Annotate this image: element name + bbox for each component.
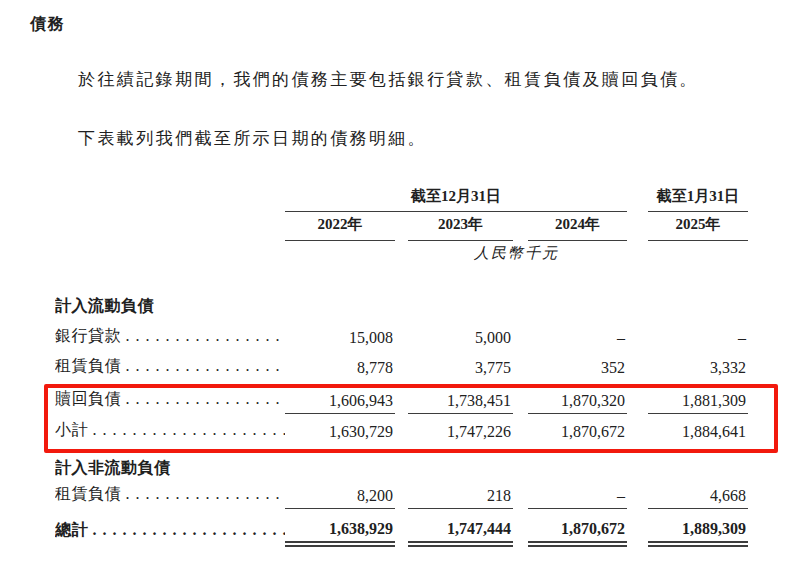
value-cell-2025年: 1,889,309 — [648, 508, 748, 544]
column-gap — [395, 320, 408, 350]
column-group-jan31: 截至1月31日 — [648, 183, 748, 211]
value-cell-2024年: 1,870,320 — [528, 380, 627, 413]
unit-note-row: 人民幣千元 — [55, 240, 748, 266]
column-header-2023: 2023年 — [408, 211, 513, 240]
column-header-2025: 2025年 — [648, 211, 748, 240]
value-cell-2024年: 1,870,672 — [528, 508, 627, 544]
value-cell-2025年: 1,881,309 — [648, 380, 748, 413]
row-label: 贖回負債 . . . . . . . . . . . . . . . . . .… — [55, 380, 285, 413]
section-label: 計入流動負債 — [55, 296, 748, 320]
value-cell-2024年: – — [528, 482, 627, 508]
value-cell-2023年: 3,775 — [408, 350, 513, 380]
page-title: 債務 — [30, 14, 65, 35]
column-header-2024: 2024年 — [528, 211, 627, 240]
value-cell-2022年: 8,200 — [285, 482, 395, 508]
value-cell-2022年: 1,638,929 — [285, 508, 395, 544]
currency-unit-note: 人民幣千元 — [285, 240, 748, 266]
value-cell-2022年: 8,778 — [285, 350, 395, 380]
column-gap — [513, 508, 528, 544]
section-header-row: 計入非流動負債 — [55, 444, 748, 482]
column-gap — [627, 350, 648, 380]
year-header-row: 2022年 2023年 2024年 2025年 — [55, 211, 748, 240]
table-row: 小計 . . . . . . . . . . . . . . . . . . .… — [55, 413, 748, 444]
value-cell-2024年: 352 — [528, 350, 627, 380]
value-cell-2024年: 1,870,672 — [528, 413, 627, 444]
column-gap — [513, 320, 528, 350]
column-group-dec31: 截至12月31日 — [285, 183, 627, 211]
dot-leader: . . . . . . . . . . . . . . . . . . . . … — [126, 390, 286, 407]
column-gap — [627, 320, 648, 350]
column-gap — [513, 380, 528, 413]
value-cell-2024年: – — [528, 320, 627, 350]
table-row: 銀行貸款 . . . . . . . . . . . . . . . . . .… — [55, 320, 748, 350]
row-label: 租賃負債 . . . . . . . . . . . . . . . . . .… — [55, 482, 285, 508]
column-gap — [627, 482, 648, 508]
column-gap — [513, 413, 528, 444]
column-gap — [627, 380, 648, 413]
row-label: 租賃負債 . . . . . . . . . . . . . . . . . .… — [55, 350, 285, 380]
value-cell-2025年: 3,332 — [648, 350, 748, 380]
value-cell-2023年: 1,738,451 — [408, 380, 513, 413]
row-label: 總計 . . . . . . . . . . . . . . . . . . .… — [55, 508, 285, 544]
dot-leader: . . . . . . . . . . . . . . . . . . . . … — [93, 521, 286, 538]
row-label-text: 小計 — [55, 421, 88, 438]
column-gap — [627, 413, 648, 444]
column-gap — [395, 482, 408, 508]
table-row: 租賃負債 . . . . . . . . . . . . . . . . . .… — [55, 350, 748, 380]
spacer-row — [55, 266, 748, 296]
row-label-text: 總計 — [55, 521, 88, 538]
value-cell-2023年: 5,000 — [408, 320, 513, 350]
debt-detail-table: 截至12月31日 截至1月31日 2022年 2023年 2024年 2025年… — [55, 183, 748, 547]
value-cell-2023年: 1,747,444 — [408, 508, 513, 544]
table-row: 贖回負債 . . . . . . . . . . . . . . . . . .… — [55, 380, 748, 413]
value-cell-2022年: 15,008 — [285, 320, 395, 350]
value-cell-2025年: 1,884,641 — [648, 413, 748, 444]
table-row: 租賃負債 . . . . . . . . . . . . . . . . . .… — [55, 482, 748, 508]
column-header-2022: 2022年 — [285, 211, 395, 240]
dot-leader: . . . . . . . . . . . . . . . . . . . . … — [126, 357, 286, 374]
document-page: 債務 於往績記錄期間，我們的債務主要包括銀行貸款、租賃負債及贖回負債。 下表載列… — [0, 0, 799, 572]
value-cell-2023年: 1,747,226 — [408, 413, 513, 444]
value-cell-2022年: 1,606,943 — [285, 380, 395, 413]
row-label: 銀行貸款 . . . . . . . . . . . . . . . . . .… — [55, 320, 285, 350]
intro-paragraph: 於往績記錄期間，我們的債務主要包括銀行貸款、租賃負債及贖回負債。 — [78, 68, 699, 91]
table-lead-paragraph: 下表載列我們截至所示日期的債務明細。 — [78, 127, 427, 150]
row-label-text: 銀行貸款 — [55, 327, 121, 344]
column-gap — [395, 508, 408, 544]
dot-leader: . . . . . . . . . . . . . . . . . . . . … — [126, 327, 286, 344]
column-gap — [627, 508, 648, 544]
table-row: 總計 . . . . . . . . . . . . . . . . . . .… — [55, 508, 748, 544]
dot-leader: . . . . . . . . . . . . . . . . . . . . … — [126, 485, 286, 502]
column-gap — [395, 413, 408, 444]
row-label: 小計 . . . . . . . . . . . . . . . . . . .… — [55, 413, 285, 444]
row-label-text: 租賃負債 — [55, 357, 121, 374]
section-label: 計入非流動負債 — [55, 444, 748, 482]
value-cell-2025年: 4,668 — [648, 482, 748, 508]
row-label-text: 贖回負債 — [55, 390, 121, 407]
dot-leader: . . . . . . . . . . . . . . . . . . . . … — [93, 421, 286, 438]
column-gap — [395, 350, 408, 380]
value-cell-2023年: 218 — [408, 482, 513, 508]
row-label-text: 租賃負債 — [55, 485, 121, 502]
column-gap — [395, 380, 408, 413]
section-header-row: 計入流動負債 — [55, 296, 748, 320]
value-cell-2022年: 1,630,729 — [285, 413, 395, 444]
value-cell-2025年: – — [648, 320, 748, 350]
column-group-header-row: 截至12月31日 截至1月31日 — [55, 183, 748, 211]
column-gap — [513, 350, 528, 380]
column-gap — [513, 482, 528, 508]
